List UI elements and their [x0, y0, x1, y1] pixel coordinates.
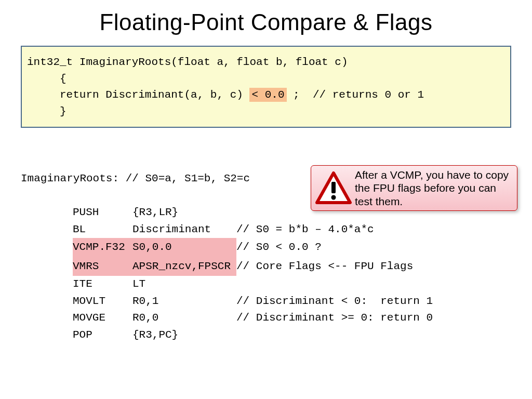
asm-row: VMRSAPSR_nzcv,FPSCR// Core Flags <-- FPU…	[21, 257, 433, 276]
asm-opcode: BL	[73, 221, 132, 238]
code-line: {	[27, 73, 66, 85]
asm-operands: APSR_nzcv,FPSCR	[132, 258, 236, 275]
asm-row: BLDiscriminant// S0 = b*b – 4.0*a*c	[21, 221, 433, 238]
asm-opcode: POP	[73, 327, 132, 344]
asm-content: MOVLTR0,1	[73, 295, 236, 307]
slide-title: Floating-Point Compare & Flags	[0, 9, 532, 35]
asm-row: VCMP.F32S0,0.0// S0 < 0.0 ?	[21, 238, 433, 257]
asm-operands: {R3,LR}	[132, 204, 236, 221]
asm-content: POP{R3,PC}	[73, 329, 236, 341]
asm-opcode: VCMP.F32	[73, 239, 132, 256]
asm-highlight: VCMP.F32S0,0.0	[73, 238, 236, 257]
asm-operands: {R3,PC}	[132, 327, 236, 344]
asm-row: POP{R3,PC}	[21, 327, 433, 344]
asm-opcode: MOVGE	[73, 310, 132, 327]
asm-content: MOVGER0,0	[73, 312, 236, 324]
warning-icon	[315, 170, 352, 206]
slide: Floating-Point Compare & Flags int32_t I…	[0, 9, 532, 399]
asm-opcode: VMRS	[73, 258, 132, 275]
asm-highlight: VMRSAPSR_nzcv,FPSCR	[73, 257, 236, 276]
asm-operands: R0,0	[132, 310, 236, 327]
asm-row: MOVLTR0,1// Discriminant < 0: return 1	[21, 293, 433, 310]
asm-content: BLDiscriminant	[73, 223, 236, 235]
asm-comment: // Discriminant >= 0: return 0	[236, 310, 433, 327]
asm-opcode: ITE	[73, 276, 132, 293]
asm-comment: // Discriminant < 0: return 1	[236, 293, 433, 310]
asm-operands: Discriminant	[132, 221, 236, 238]
asm-content: PUSH{R3,LR}	[73, 206, 236, 218]
code-line: ; // returns 0 or 1	[287, 89, 424, 101]
asm-opcode: PUSH	[73, 204, 132, 221]
asm-comment: // S0 = b*b – 4.0*a*c	[236, 221, 374, 238]
svg-point-2	[331, 195, 336, 200]
asm-content: ITELT	[73, 278, 236, 290]
code-line: return Discriminant(a, b, c)	[27, 89, 249, 101]
code-line: int32_t ImaginaryRoots(float a, float b,…	[27, 56, 348, 68]
asm-operands: LT	[132, 276, 236, 293]
callout-note: After a VCMP, you have to copy the FPU f…	[311, 165, 517, 211]
asm-opcode: MOVLT	[73, 293, 132, 310]
asm-operands: R0,1	[132, 293, 236, 310]
c-code-box: int32_t ImaginaryRoots(float a, float b,…	[21, 46, 511, 128]
asm-comment: // S0 < 0.0 ?	[236, 239, 322, 256]
asm-operands: S0,0.0	[132, 239, 236, 256]
asm-row: ITELT	[21, 276, 433, 293]
svg-rect-1	[331, 182, 336, 193]
asm-comment: // Core Flags <-- FPU Flags	[236, 258, 413, 275]
callout-text: After a VCMP, you have to copy the FPU f…	[352, 168, 511, 208]
highlight-compare: < 0.0	[249, 88, 286, 102]
code-line: }	[27, 105, 66, 117]
asm-row: MOVGER0,0// Discriminant >= 0: return 0	[21, 310, 433, 327]
